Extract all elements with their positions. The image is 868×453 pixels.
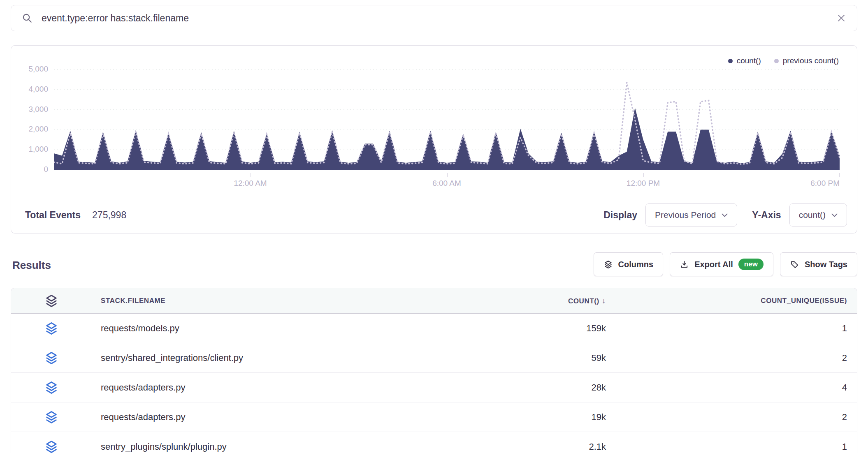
export-all-button[interactable]: Export All new (670, 252, 773, 276)
chart-plot-area (54, 66, 840, 172)
x-axis-tickmarks (54, 173, 840, 177)
layers-icon[interactable] (44, 350, 60, 366)
legend-label: count() (737, 56, 761, 65)
layers-icon[interactable] (44, 409, 60, 425)
layers-icon (603, 260, 613, 269)
previous-count-series-dot (774, 59, 779, 63)
display-dropdown[interactable]: Previous Period (645, 203, 737, 226)
table-row[interactable]: requests/adapters.py 19k 2 (11, 402, 857, 432)
chevron-down-icon (831, 213, 838, 217)
stack-filename-cell: sentry/shared_integrations/client.py (101, 353, 243, 363)
legend-label: previous count() (783, 56, 839, 65)
search-bar[interactable] (11, 5, 857, 31)
layers-icon[interactable] (44, 379, 60, 396)
table-row[interactable]: sentry_plugins/splunk/plugin.py 2.1k 1 (11, 432, 857, 453)
count-cell: 2.1k (450, 441, 606, 452)
column-header-stack-filename[interactable]: STACK.FILENAME (101, 297, 165, 305)
y-tick: 5,000 (28, 65, 48, 74)
legend-item-count[interactable]: count() (728, 56, 761, 65)
show-tags-button-label: Show Tags (805, 260, 847, 269)
search-input[interactable] (41, 12, 828, 24)
count-unique-cell: 1 (606, 323, 847, 334)
x-axis-labels: 12:00 AM 6:00 AM 12:00 PM 6:00 PM (54, 179, 840, 190)
count-cell: 159k (450, 323, 606, 334)
chart-footer: Total Events 275,998 Display Previous Pe… (11, 203, 857, 227)
layers-icon[interactable] (44, 293, 60, 309)
x-tick: 6:00 AM (432, 179, 461, 188)
sort-desc-icon: ↓ (602, 296, 606, 305)
stack-filename-cell: sentry_plugins/splunk/plugin.py (101, 441, 227, 452)
stack-filename-cell: requests/adapters.py (101, 412, 185, 423)
chart-legend: count() previous count() (728, 56, 839, 65)
display-dropdown-value: Previous Period (655, 210, 716, 220)
x-tick: 12:00 PM (627, 179, 660, 188)
y-axis-labels: 5,000 4,000 3,000 2,000 1,000 0 (11, 66, 48, 172)
results-actions: Columns Export All new Show Tags (594, 252, 857, 276)
columns-button[interactable]: Columns (594, 252, 664, 276)
new-badge: new (738, 259, 764, 270)
total-events-label: Total Events (25, 210, 81, 221)
clear-search-icon[interactable] (836, 13, 846, 23)
count-cell: 19k (450, 412, 606, 423)
x-tick: 6:00 PM (810, 179, 840, 188)
total-events-value: 275,998 (92, 210, 126, 221)
count-unique-cell: 4 (606, 382, 847, 393)
events-chart-panel: count() previous count() 5,000 4,000 3,0… (11, 45, 857, 233)
count-unique-cell: 1 (606, 441, 847, 452)
y-tick: 0 (44, 165, 48, 174)
y-axis-dropdown-value: count() (799, 210, 826, 220)
table-row[interactable]: requests/models.py 159k 1 (11, 314, 857, 343)
columns-button-label: Columns (618, 260, 654, 269)
layers-icon[interactable] (44, 320, 60, 337)
y-tick: 4,000 (28, 85, 48, 94)
column-header-count-unique-issue[interactable]: COUNT_UNIQUE(ISSUE) (606, 297, 847, 305)
legend-item-previous-count[interactable]: previous count() (774, 56, 839, 65)
count-cell: 59k (450, 353, 606, 363)
y-axis-dropdown[interactable]: count() (789, 203, 847, 226)
table-row[interactable]: sentry/shared_integrations/client.py 59k… (11, 343, 857, 373)
chart-svg (54, 66, 840, 172)
display-label: Display (603, 210, 637, 221)
count-unique-cell: 2 (606, 412, 847, 423)
search-icon (22, 13, 32, 23)
y-tick: 1,000 (28, 145, 48, 154)
results-table: STACK.FILENAME COUNT()↓ COUNT_UNIQUE(ISS… (11, 288, 857, 453)
chevron-down-icon (722, 213, 728, 217)
column-header-count[interactable]: COUNT()↓ (450, 296, 606, 305)
show-tags-button[interactable]: Show Tags (780, 252, 857, 276)
y-tick: 3,000 (28, 105, 48, 114)
table-header-row: STACK.FILENAME COUNT()↓ COUNT_UNIQUE(ISS… (11, 288, 857, 314)
layers-icon[interactable] (44, 439, 60, 453)
count-cell: 28k (450, 382, 606, 393)
x-tick: 12:00 AM (234, 179, 267, 188)
table-row[interactable]: requests/adapters.py 28k 4 (11, 373, 857, 402)
stack-filename-cell: requests/adapters.py (101, 382, 185, 393)
count-unique-cell: 2 (606, 353, 847, 363)
results-heading: Results (12, 259, 51, 272)
count-series-dot (728, 59, 733, 63)
download-icon (680, 260, 689, 269)
tag-icon (790, 260, 799, 269)
y-tick: 2,000 (28, 125, 48, 134)
export-all-button-label: Export All (694, 260, 733, 269)
y-axis-label: Y-Axis (752, 210, 781, 221)
stack-filename-cell: requests/models.py (101, 323, 179, 334)
